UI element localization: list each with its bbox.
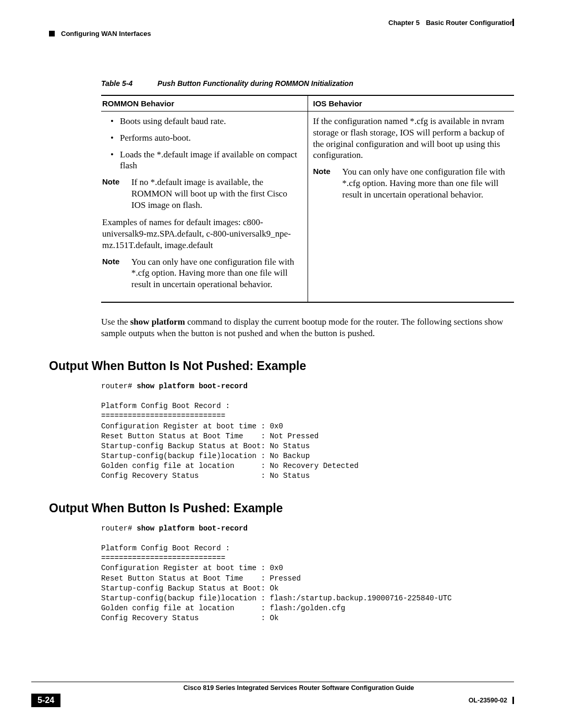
table-5-4: Table 5-4 Push Button Functionality duri… <box>101 79 514 303</box>
list-item: Loads the *.default image if available o… <box>120 149 302 172</box>
note-text: If no *.default image is available, the … <box>131 177 302 211</box>
bullet-list: Boots using default baud rate. Performs … <box>102 116 302 171</box>
page-number-badge: 5-24 <box>31 694 60 707</box>
page-header-right: Chapter 5 Basic Router Configuration <box>49 19 514 27</box>
note-block: Note You can only have one configuration… <box>313 166 509 200</box>
command: show platform boot-record <box>137 382 248 390</box>
code-block-pushed: router# show platform boot-record Platfo… <box>101 524 514 624</box>
square-bullet-icon <box>49 31 55 36</box>
section-name: Configuring WAN Interfaces <box>61 30 151 38</box>
page-footer: Cisco 819 Series Integrated Services Rou… <box>31 682 514 707</box>
command: show platform boot-record <box>137 524 248 533</box>
note-label: Note <box>102 177 131 211</box>
header-rule-decoration <box>512 19 514 26</box>
table-row: Boots using default baud rate. Performs … <box>101 112 514 302</box>
body-command: show platform <box>130 317 185 327</box>
code-block-not-pushed: router# show platform boot-record Platfo… <box>101 381 514 482</box>
note-text: You can only have one configuration file… <box>342 166 509 200</box>
behavior-table: ROMMON Behavior IOS Behavior Boots using… <box>101 95 514 303</box>
prompt: router# <box>101 524 137 533</box>
col-header-ios: IOS Behavior <box>308 95 514 112</box>
footer-divider: Cisco 819 Series Integrated Services Rou… <box>31 682 514 692</box>
cell-rommon: Boots using default baud rate. Performs … <box>101 112 308 302</box>
section-heading-pushed: Output When Button Is Pushed: Example <box>49 501 514 515</box>
col-header-rommon: ROMMON Behavior <box>101 95 308 112</box>
page-header-left: Configuring WAN Interfaces <box>49 30 514 38</box>
note-block: Note You can only have one configuration… <box>102 256 302 290</box>
list-item: Performs auto-boot. <box>120 132 302 144</box>
table-caption-label: Table 5-4 <box>101 79 132 88</box>
doc-id-text: OL-23590-02 <box>469 697 507 704</box>
note-label: Note <box>102 256 131 290</box>
footer-book-title: Cisco 819 Series Integrated Services Rou… <box>183 684 414 692</box>
footer-bar-icon <box>512 697 514 704</box>
examples-paragraph: Examples of names for default images: c8… <box>102 217 302 251</box>
cell-ios: If the configuration named *.cfg is avai… <box>308 112 514 302</box>
note-text: You can only have one configuration file… <box>131 256 302 290</box>
chapter-label: Chapter 5 <box>388 19 420 27</box>
section-heading-not-pushed: Output When Button Is Not Pushed: Exampl… <box>49 359 514 373</box>
footer-doc-id: OL-23590-02 <box>469 697 514 704</box>
table-caption-title: Push Button Functionality during ROMMON … <box>157 79 353 88</box>
body-prefix: Use the <box>101 317 130 327</box>
prompt: router# <box>101 382 137 390</box>
ios-paragraph: If the configuration named *.cfg is avai… <box>313 116 509 161</box>
chapter-title: Basic Router Configuration <box>426 19 514 27</box>
output: Platform Config Boot Record : ==========… <box>101 402 359 480</box>
output: Platform Config Boot Record : ==========… <box>101 544 452 622</box>
table-caption: Table 5-4 Push Button Functionality duri… <box>101 79 514 88</box>
list-item: Boots using default baud rate. <box>120 116 302 127</box>
body-paragraph: Use the show platform command to display… <box>101 316 514 339</box>
note-block: Note If no *.default image is available,… <box>102 177 302 211</box>
note-label: Note <box>313 166 342 200</box>
